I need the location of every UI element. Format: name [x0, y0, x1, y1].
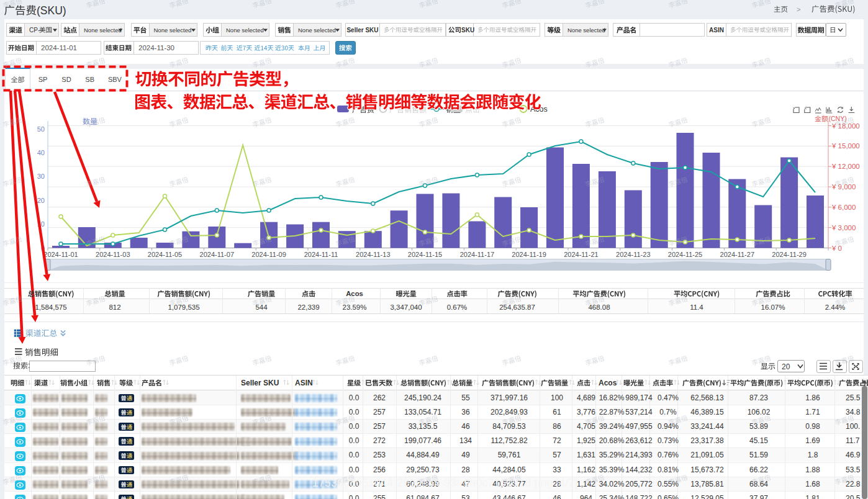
svg-text:>: >: [797, 6, 800, 13]
svg-text:(SKU): (SKU): [37, 4, 66, 17]
